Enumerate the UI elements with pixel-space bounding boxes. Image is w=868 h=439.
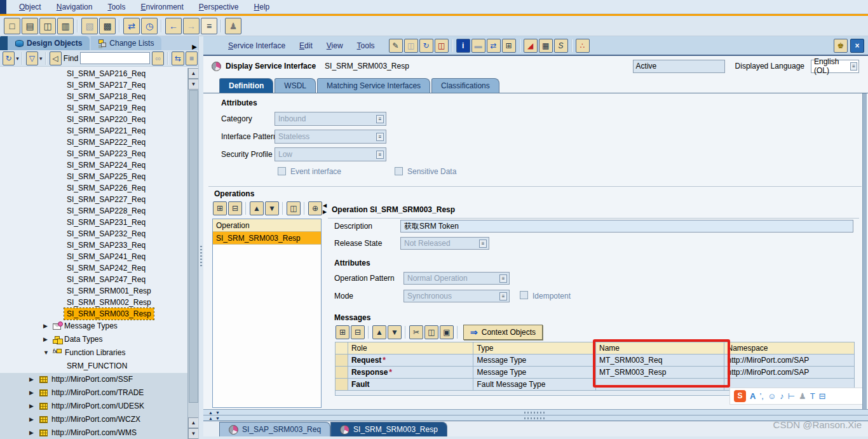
tree-namespace[interactable]: ▶ http://MiroPort.com/WMS	[0, 426, 187, 439]
tab-definition[interactable]: Definition	[219, 78, 273, 93]
table-row-response[interactable]: Response* Message Type MT_SRM003_Resp ht…	[336, 367, 854, 379]
form-icon[interactable]: ▩	[99, 18, 116, 34]
scroll-up-icon[interactable]: ▲	[188, 68, 198, 79]
tree-item[interactable]: SI_SRM_SAP218_Req	[0, 91, 187, 102]
context-objects-button[interactable]: ⇒ Context Objects	[463, 325, 543, 340]
tree-item[interactable]: SI_SRM_SRM002_Resp	[0, 297, 187, 308]
splitter-grip[interactable]	[524, 417, 546, 419]
language-mode-icon[interactable]: A	[750, 391, 756, 401]
scroll-down-icon[interactable]: ▼	[188, 79, 198, 90]
tab-si-srm-srm003-resp[interactable]: SI_SRM_SRM003_Resp	[330, 422, 447, 436]
documents-icon[interactable]: ▧	[81, 18, 98, 34]
tree-item[interactable]: SI_SRM_SAP231_Req	[0, 217, 187, 228]
expand-up-icon[interactable]: ▲	[208, 410, 213, 415]
tree-namespace[interactable]: ▶ http://MiroPort.com/UDESK	[0, 400, 187, 413]
trophy-icon[interactable]: ♚	[834, 39, 848, 53]
collapse-left-icon[interactable]: ◁	[50, 51, 62, 65]
refresh-menu-caret-icon[interactable]: ▾	[16, 55, 19, 62]
detail-splitter[interactable]: ◀▶	[323, 203, 328, 393]
expand-arrow-icon[interactable]: ▶	[43, 333, 50, 346]
display-edit-toggle-icon[interactable]: ✎	[389, 39, 403, 53]
tree-namespace[interactable]: ▶ http://MiroPort.com/TRADE	[0, 386, 187, 400]
tree-category-message-types[interactable]: ▶ Message Types	[0, 320, 187, 333]
security-profile-dropdown[interactable]: Low ≡	[275, 147, 386, 161]
dropdown-icon[interactable]: ≡	[376, 133, 384, 141]
swap-icon[interactable]: ⇆	[172, 51, 184, 65]
menu-object[interactable]: Object	[11, 0, 49, 14]
idempotent-checkbox[interactable]	[520, 291, 528, 299]
collapse-arrow-icon[interactable]: ▼	[43, 346, 50, 360]
tree-item[interactable]: SI_SRM_SRM001_Resp	[0, 285, 187, 297]
expand-arrow-icon[interactable]: ▶	[29, 373, 36, 386]
find-input[interactable]	[80, 52, 150, 64]
expand-arrow-icon[interactable]: ▶	[29, 426, 36, 439]
binoculars-icon[interactable]: ∞	[152, 51, 164, 65]
row-selector[interactable]	[336, 355, 348, 367]
info-icon[interactable]: i	[456, 39, 470, 53]
collapse-down-icon[interactable]: ▼	[215, 410, 220, 415]
tab-wsdl[interactable]: WSDL	[275, 78, 316, 93]
transfer-icon[interactable]: ⇄	[487, 39, 501, 53]
filter-menu-caret-icon[interactable]: ▾	[39, 55, 43, 62]
history-icon[interactable]: ◷	[141, 18, 158, 34]
tree-item[interactable]: SI_SRM_SAP247_Req	[0, 274, 187, 285]
category-dropdown[interactable]: Inbound ≡	[275, 112, 386, 126]
filter-icon[interactable]: ▽	[26, 51, 38, 65]
menu-tools[interactable]: Tools	[350, 41, 382, 50]
dropdown-icon[interactable]: ≡	[376, 115, 384, 123]
splitter-grip[interactable]	[200, 246, 202, 267]
release-lock-icon[interactable]: ⊕	[308, 201, 322, 215]
release-state-dropdown[interactable]: Not Released ≡	[400, 237, 489, 250]
insert-row-icon[interactable]: ⊞	[213, 201, 227, 215]
copy-icon[interactable]: ◫	[435, 39, 449, 53]
menu-edit[interactable]: Edit	[292, 41, 320, 50]
collapse-panel-arrow-icon[interactable]: ▶	[192, 43, 198, 50]
tree-scrollbar[interactable]: ▲ ▼ ▲ ▼	[187, 68, 198, 439]
tree-item[interactable]: SI_SRM_SAP221_Req	[0, 125, 187, 137]
tab-change-lists[interactable]: Change Lists	[91, 36, 161, 50]
menu-service-interface[interactable]: Service Interface	[221, 41, 292, 50]
network-icon[interactable]: ∴	[576, 39, 590, 53]
tree-item[interactable]: SI_SRM_SAP232_Req	[0, 228, 187, 240]
refresh-icon[interactable]: ↻	[3, 51, 15, 65]
menu-perspective[interactable]: Perspective	[191, 0, 247, 14]
paste-icon[interactable]: ▣	[440, 325, 454, 339]
menu-environment[interactable]: Environment	[133, 0, 191, 14]
back-icon[interactable]: ←	[165, 18, 182, 34]
punctuation-icon[interactable]: ’,	[759, 391, 764, 401]
script-icon[interactable]: S	[554, 39, 568, 53]
skin-icon[interactable]: T	[810, 391, 815, 401]
horizontal-splitter[interactable]: ▲ ▼	[203, 415, 868, 421]
table-row-request[interactable]: Request* Message Type MT_SRM003_Req http…	[336, 355, 854, 367]
new-icon[interactable]: □	[4, 18, 20, 34]
tree-item[interactable]: SI_SRM_SAP217_Req	[0, 79, 187, 91]
operation-pattern-dropdown[interactable]: Normal Operation ≡	[403, 272, 510, 285]
row-selector[interactable]	[336, 379, 348, 391]
delete-row-icon[interactable]: ⊟	[228, 201, 242, 215]
list-icon[interactable]: ≡	[201, 18, 217, 34]
transfer-icon[interactable]: ⇄	[123, 18, 140, 34]
sensitive-data-checkbox[interactable]	[395, 167, 403, 175]
tree-item[interactable]: SI_SRM_SAP220_Req	[0, 114, 187, 125]
description-field[interactable]: 获取SRM Token	[400, 220, 853, 233]
move-up-icon[interactable]: ▲	[372, 325, 386, 339]
refresh-icon[interactable]: ↻	[419, 39, 433, 53]
splitter-grip[interactable]	[524, 412, 546, 414]
tree-namespace[interactable]: ▶ http://MiroPort.com/SSF	[0, 373, 187, 386]
tree-item[interactable]: SI_SRM_SAP226_Req	[0, 182, 187, 194]
sogou-logo-icon[interactable]: S	[734, 390, 746, 402]
horizontal-splitter[interactable]: ▲ ▼	[203, 409, 868, 415]
table-icon[interactable]: ▦	[539, 39, 553, 53]
expand-arrow-icon[interactable]: ▶	[29, 386, 36, 400]
tree-item[interactable]: SI_SRM_SAP219_Req	[0, 102, 187, 114]
tree-item[interactable]: SI_SRM_SAP233_Req	[0, 240, 187, 251]
tree-item-selected[interactable]: SI_SRM_SRM003_Resp	[64, 308, 154, 320]
tree-item[interactable]: SI_SRM_SAP225_Req	[0, 171, 187, 182]
tree-item[interactable]: SI_SRM_SAP224_Req	[0, 159, 187, 171]
vertical-scroll-strip[interactable]	[862, 93, 867, 409]
where-used-icon[interactable]: ⊞	[502, 39, 516, 53]
insert-row-icon[interactable]: ⊞	[336, 325, 349, 339]
dropdown-icon[interactable]: ≡	[376, 151, 384, 159]
menu-view[interactable]: View	[320, 41, 350, 50]
emoji-icon[interactable]: ☺	[768, 391, 776, 401]
